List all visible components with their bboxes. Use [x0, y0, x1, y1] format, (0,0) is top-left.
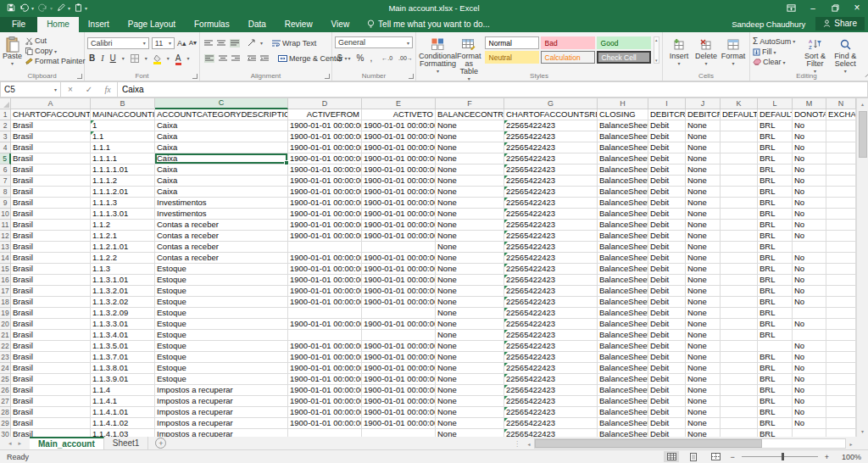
cell-K29[interactable] [721, 418, 758, 429]
cell-C26[interactable]: Impostos a recuperar [155, 385, 288, 396]
cell-I26[interactable]: Debit [648, 385, 686, 396]
cell-B10[interactable]: 1.1.1.3.01 [91, 209, 155, 220]
cell-J15[interactable]: None [686, 264, 721, 275]
cell-K4[interactable] [721, 142, 758, 153]
cell-C8[interactable]: Caixa [155, 187, 288, 198]
cell-B27[interactable]: 1.1.4.1 [91, 396, 155, 407]
cell-J11[interactable]: None [686, 220, 721, 231]
cell-A13[interactable]: Brasil [11, 242, 91, 253]
cell-F19[interactable]: None [436, 308, 504, 319]
cell-I3[interactable]: Debit [648, 131, 686, 142]
sort-filter-button[interactable]: AZ Sort & Filter ▾ [800, 34, 831, 75]
new-sheet-button[interactable]: + [155, 438, 166, 449]
cell-E22[interactable]: 1900-01-01 00:00:00 [362, 341, 436, 352]
fill-button[interactable]: Fill▾ [753, 47, 800, 56]
cell-A12[interactable]: Brasil [11, 231, 91, 242]
row-header-17[interactable]: 17 [0, 286, 11, 297]
accounting-format-icon[interactable]: $ [337, 53, 342, 63]
cell-E6[interactable]: 1900-01-01 00:00:00 [362, 165, 436, 176]
align-left-icon[interactable] [204, 54, 214, 63]
cell-N9[interactable] [826, 198, 856, 209]
cell-K23[interactable] [721, 352, 758, 363]
cell-L18[interactable]: BRL [758, 297, 793, 308]
cell-D25[interactable]: 1900-01-01 00:00:00 [288, 374, 362, 385]
cell-M22[interactable]: No [793, 341, 826, 352]
cell-I15[interactable]: Debit [648, 264, 686, 275]
cell-C10[interactable]: Investimentos [155, 209, 288, 220]
cell-N25[interactable] [826, 374, 856, 385]
cell-M19[interactable] [793, 308, 826, 319]
cell-N5[interactable] [826, 153, 856, 165]
cell-K30[interactable] [721, 429, 758, 437]
comma-style-icon[interactable]: , [370, 53, 372, 63]
cell-L28[interactable]: BRL [758, 407, 793, 418]
cell-H5[interactable]: BalanceSheet [598, 153, 648, 165]
zoom-level[interactable]: 100% [836, 453, 861, 461]
cell-K12[interactable] [721, 231, 758, 242]
cell-B4[interactable]: 1.1.1 [91, 142, 155, 153]
scroll-up-icon[interactable]: ▴ [861, 98, 864, 109]
cell-C27[interactable]: Impostos a recuperar [155, 396, 288, 407]
font-name-select[interactable]: Calibri▾ [87, 37, 149, 49]
cell-H17[interactable]: BalanceSheet [598, 286, 648, 297]
cell-K7[interactable] [721, 176, 758, 187]
cell-B23[interactable]: 1.1.3.7.01 [91, 352, 155, 363]
cell-C23[interactable]: Estoque [155, 352, 288, 363]
cell-K8[interactable] [721, 187, 758, 198]
cell-C6[interactable]: Caixa [155, 165, 288, 176]
cell-B29[interactable]: 1.1.4.1.02 [91, 418, 155, 429]
confirm-entry-icon[interactable]: ✓ [80, 85, 98, 94]
wrap-text-button[interactable]: Wrap Text [272, 39, 316, 47]
cell-F28[interactable]: None [436, 407, 504, 418]
cell-H2[interactable]: BalanceSheet [598, 120, 648, 131]
cell-H3[interactable]: BalanceSheet [598, 131, 648, 142]
cell-C5[interactable]: Caixa [155, 153, 288, 165]
tab-home[interactable]: Home [37, 17, 79, 32]
cell-M24[interactable]: No [793, 363, 826, 374]
cell-I21[interactable]: Debit [648, 330, 686, 341]
cell-A18[interactable]: Brasil [11, 297, 91, 308]
cell-J30[interactable]: None [686, 429, 721, 437]
cell-H30[interactable]: BalanceSheet [598, 429, 648, 437]
cell-D21[interactable] [288, 330, 362, 341]
cell-G9[interactable]: 22565422423 [504, 198, 598, 209]
cell-C17[interactable]: Estoque [155, 286, 288, 297]
qat-customize-icon[interactable]: ▾ [85, 5, 87, 11]
column-header-J[interactable]: J [686, 98, 721, 109]
cell-L1[interactable]: DEFAULTC [758, 109, 793, 120]
cell-F24[interactable]: None [436, 363, 504, 374]
align-center-icon[interactable] [219, 55, 227, 62]
row-header-16[interactable]: 16 [0, 275, 11, 286]
cell-I25[interactable]: Debit [648, 374, 686, 385]
cell-C18[interactable]: Estoque [155, 297, 288, 308]
cell-J23[interactable]: None [686, 352, 721, 363]
cell-C25[interactable]: Estoque [155, 374, 288, 385]
cell-F21[interactable]: None [436, 330, 504, 341]
decrease-indent-icon[interactable] [248, 55, 256, 62]
cell-K22[interactable] [721, 341, 758, 352]
cell-D1[interactable]: ACTIVEFROM [288, 109, 362, 120]
cell-L25[interactable]: BRL [758, 374, 793, 385]
cell-K6[interactable] [721, 165, 758, 176]
align-bottom-icon[interactable] [230, 39, 240, 47]
cell-B24[interactable]: 1.1.3.8.01 [91, 363, 155, 374]
cell-M23[interactable]: No [793, 352, 826, 363]
insert-cells-button[interactable]: Insert ▾ [665, 34, 693, 68]
redo-caret-icon[interactable]: ▾ [50, 5, 53, 11]
cell-L14[interactable]: BRL [758, 253, 793, 264]
row-header-9[interactable]: 9 [0, 198, 11, 209]
cell-A11[interactable]: Brasil [11, 220, 91, 231]
row-header-27[interactable]: 27 [0, 396, 11, 407]
cell-D4[interactable]: 1900-01-01 00:00:00 [288, 142, 362, 153]
increase-decimal-icon[interactable]: ←.0 [381, 55, 392, 61]
cell-F5[interactable]: None [436, 153, 504, 165]
align-top-icon[interactable] [204, 40, 213, 47]
sheet-tab-sheet1[interactable]: Sheet1 [104, 437, 149, 449]
autosum-button[interactable]: ΣAutoSum▾ [753, 36, 800, 46]
cell-H4[interactable]: BalanceSheet [598, 142, 648, 153]
cell-M20[interactable]: No [793, 319, 826, 330]
cell-K15[interactable] [721, 264, 758, 275]
cell-G22[interactable]: 22565422423 [504, 341, 598, 352]
cell-M29[interactable]: No [793, 418, 826, 429]
underline-caret-icon[interactable]: ▾ [122, 55, 125, 61]
